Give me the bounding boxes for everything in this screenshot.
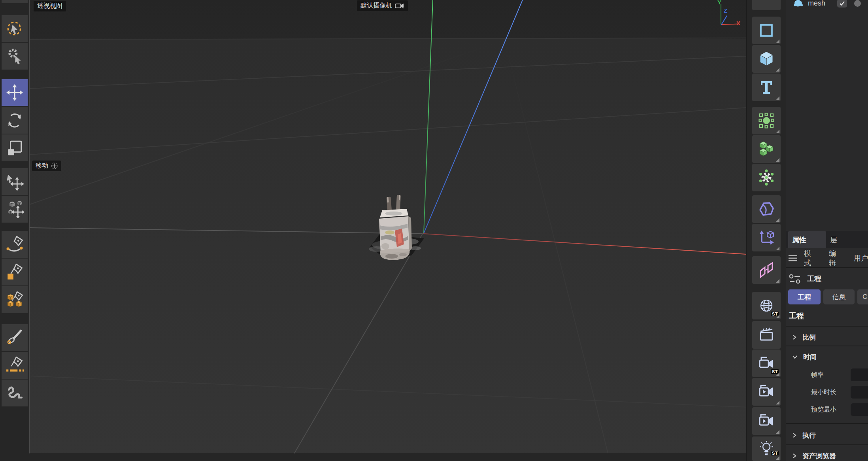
spline-rect-tool[interactable] — [752, 17, 781, 44]
array-cubes-icon — [758, 140, 775, 158]
text-object-tool[interactable] — [752, 74, 781, 101]
z-axis-line — [423, 0, 523, 234]
camera-play2-tool[interactable] — [752, 407, 781, 435]
tab-attributes-label: 属性 — [792, 235, 806, 245]
partial-tool-tile — [2, 0, 28, 3]
right-panel: mesh 属性 层 模式 编辑 用户 — [786, 0, 868, 461]
st-badge: ST — [771, 369, 779, 374]
move-tooltip: 移动 — [32, 161, 61, 171]
brush-icon — [6, 329, 24, 347]
sketch-icon — [6, 384, 24, 402]
framerate-input[interactable] — [851, 368, 868, 381]
subtab-info-label: 信息 — [832, 293, 846, 302]
field-icon — [758, 112, 775, 129]
deformer-tool[interactable] — [752, 195, 781, 223]
field-tool[interactable] — [752, 107, 781, 134]
gizmo-z-label: Z — [724, 7, 727, 14]
project-settings-icon — [788, 274, 802, 284]
symmetry-tool[interactable] — [752, 256, 781, 284]
scale-icon — [6, 139, 24, 157]
multi-object-move-icon — [6, 200, 24, 218]
object-state-dot[interactable] — [854, 0, 861, 7]
partial-tool-tile[interactable] — [752, 0, 781, 10]
select-move-icon — [6, 172, 24, 191]
partial-purple-icon — [758, 0, 775, 13]
simulation-gear-tool[interactable] — [752, 164, 781, 191]
separator — [786, 423, 868, 424]
viewport-bottom-strip — [29, 453, 746, 461]
cube-primitive-tool[interactable] — [752, 45, 781, 73]
view-label[interactable]: 透视视图 — [34, 1, 66, 11]
camera-label[interactable]: 默认摄像机 — [357, 0, 408, 11]
tweak-tool[interactable] — [2, 43, 28, 70]
subtab-info[interactable]: 信息 — [823, 289, 855, 304]
group-asset-browser-label: 资产浏览器 — [802, 452, 836, 461]
subtab-partial[interactable]: C — [857, 289, 868, 304]
axis-gizmo[interactable]: Y Z X — [702, 0, 746, 34]
brush-tool[interactable] — [2, 324, 28, 351]
tab-attributes[interactable]: 属性 — [788, 231, 826, 248]
polygon-pen-icon — [6, 263, 24, 281]
camera-play-tool[interactable] — [752, 378, 781, 406]
object-enabled-toggle[interactable] — [837, 0, 847, 8]
move-tooltip-text: 移动 — [36, 162, 48, 170]
check-icon — [840, 1, 845, 6]
hamburger-menu-icon[interactable] — [788, 254, 798, 262]
clapperboard-tool[interactable] — [752, 321, 781, 349]
group-asset-browser[interactable]: 资产浏览器 — [786, 448, 868, 461]
move-tool[interactable] — [2, 79, 28, 106]
axis-workplane-tool[interactable] — [752, 224, 781, 251]
camera-play-icon — [758, 383, 775, 401]
group-scale[interactable]: 比例 — [786, 330, 868, 345]
group-scale-label: 比例 — [802, 333, 816, 342]
scale-tool[interactable] — [2, 134, 28, 161]
field-min-duration-label: 最小时长 — [811, 388, 836, 397]
camera-label-text: 默认摄像机 — [360, 2, 392, 10]
gizmo-y-label: Y — [717, 0, 721, 6]
move-cursor-icon — [51, 162, 58, 169]
group-execute[interactable]: 执行 — [786, 428, 868, 443]
spline-pen-tool[interactable] — [2, 231, 28, 258]
multi-object-move-tool[interactable] — [2, 196, 28, 223]
subtab-project[interactable]: 工程 — [788, 289, 821, 304]
menu-user[interactable]: 用户 — [854, 253, 868, 263]
preview-min-input[interactable] — [851, 403, 868, 416]
camera-st-tool[interactable]: ST — [752, 350, 781, 377]
subtab-project-label: 工程 — [798, 293, 811, 302]
polygon-pen-tool[interactable] — [2, 259, 28, 285]
spline-pen-icon — [6, 235, 24, 253]
subtab-partial-label: C — [862, 293, 867, 301]
menu-edit[interactable]: 编辑 — [829, 249, 842, 268]
chevron-right-icon — [792, 453, 797, 459]
3d-viewport[interactable]: 透视视图 默认摄像机 移动 Y Z X — [29, 0, 746, 453]
x-axis-line — [423, 233, 746, 255]
chevron-right-icon — [792, 433, 797, 438]
st-badge: ST — [771, 451, 779, 455]
rotate-tool[interactable] — [2, 107, 28, 134]
volume-pen-tool[interactable] — [2, 286, 28, 313]
grid-line — [30, 376, 746, 407]
sketch-tool[interactable] — [2, 380, 28, 406]
chevron-down-icon — [792, 355, 798, 359]
panel-menubar: 模式 编辑 用户 — [786, 249, 868, 267]
tab-layers[interactable]: 层 — [830, 231, 837, 248]
min-duration-input[interactable] — [851, 386, 868, 399]
select-move-tool[interactable] — [2, 168, 28, 195]
volume-pen-icon — [6, 291, 24, 309]
live-selection-tool[interactable] — [2, 15, 28, 42]
line-cut-pen-icon — [6, 356, 24, 374]
group-time[interactable]: 时间 — [786, 350, 868, 365]
globe-st-tool[interactable]: ST — [752, 292, 781, 319]
menu-mode[interactable]: 模式 — [804, 249, 817, 268]
array-cubes-tool[interactable] — [752, 135, 781, 163]
rotate-icon — [6, 111, 24, 129]
group-time-label: 时间 — [803, 353, 817, 362]
project-section-header: 工程 — [786, 270, 868, 288]
light-st-tool[interactable]: ST — [752, 436, 781, 461]
line-cut-pen-tool[interactable] — [2, 352, 28, 379]
object-row[interactable]: mesh — [786, 0, 868, 9]
grid-line — [30, 107, 746, 155]
right-toolbar: ST ST — [746, 0, 786, 461]
tab-layers-label: 层 — [830, 235, 837, 245]
camera-play2-icon — [758, 412, 775, 430]
